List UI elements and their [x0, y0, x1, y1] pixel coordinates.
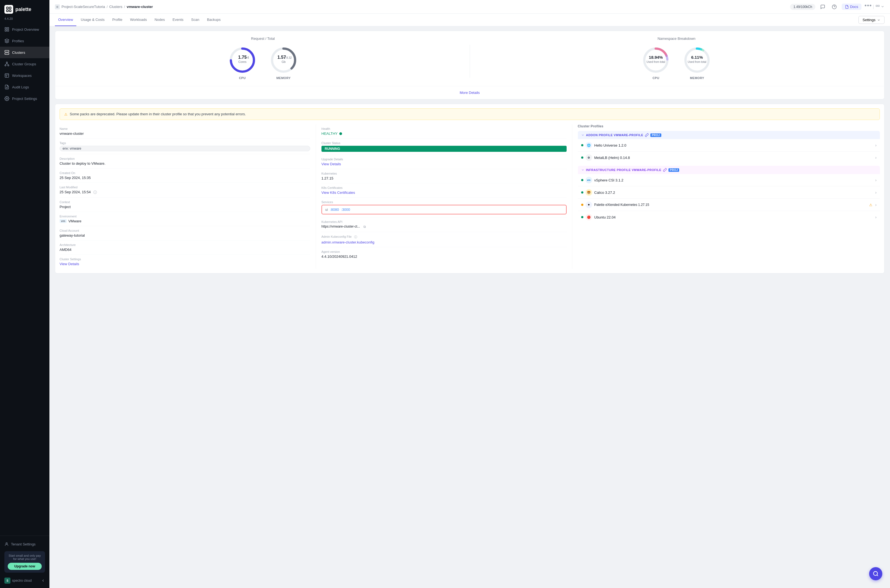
- cluster-settings-row: Cluster Settings View Details: [60, 255, 310, 269]
- svg-point-23: [6, 98, 8, 99]
- addon-profile-header[interactable]: ADDON PROFILE VMWARE-PROFILE PROJ: [578, 131, 880, 139]
- tab-scan[interactable]: Scan: [188, 14, 203, 26]
- profile-item-vsphere[interactable]: vm vSphere CSI 3.1.2 ›: [578, 174, 880, 186]
- server-icon: [5, 50, 9, 55]
- hello-universe-icon: 🌐: [585, 142, 592, 148]
- svg-text:Used from total: Used from total: [688, 60, 706, 63]
- help-icon[interactable]: [830, 3, 838, 11]
- sidebar-item-profiles[interactable]: Profiles: [0, 35, 50, 46]
- sidebar-item-tenant-settings[interactable]: Tenant Settings: [5, 539, 45, 549]
- profile-item-metallb[interactable]: ⚙ MetalLB (Helm) 0.14.8 ›: [578, 152, 880, 164]
- svg-rect-9: [5, 51, 9, 52]
- namespace-title: Namespace Breakdown: [657, 36, 695, 40]
- profile-item-palette-k8s[interactable]: ✦ Palette eXtended Kubernetes 1.27.15 ⚠ …: [578, 199, 880, 211]
- link-icon[interactable]: [645, 133, 649, 137]
- architecture-row: Architecture AMD64: [60, 240, 310, 255]
- details-col-1: Name vmware-cluster Tags env: vmware Des…: [60, 124, 316, 269]
- request-total-title: Request / Total: [251, 36, 275, 40]
- breadcrumb-current: vmware-cluster: [126, 4, 153, 9]
- profile-item-hello-universe[interactable]: 🌐 Hello Universe 1.2.0 ›: [578, 139, 880, 152]
- sidebar-item-project-overview[interactable]: Project Overview: [0, 24, 50, 35]
- details-col-3: Cluster Profiles ADDON PROFILE VMWARE-PR…: [572, 124, 880, 269]
- spectro-brand[interactable]: S spectro cloud: [5, 575, 45, 585]
- copy-icon[interactable]: ⧉: [363, 225, 367, 229]
- kubeconfig-link[interactable]: admin.vmware-cluster.kubeconfig: [321, 240, 567, 244]
- kubeconfig-info-icon[interactable]: ⓘ: [354, 235, 358, 239]
- workspace-icon: [5, 73, 9, 78]
- grid-view-icon: [875, 4, 880, 9]
- tab-backups[interactable]: Backups: [204, 14, 224, 26]
- svg-point-13: [6, 62, 8, 63]
- cluster-icon: [5, 62, 9, 66]
- addon-profile-section: ADDON PROFILE VMWARE-PROFILE PROJ 🌐 Hell…: [578, 131, 880, 164]
- sidebar: palette 4.4.20 Project Overview Profiles…: [0, 0, 50, 588]
- logo-icon: [5, 5, 13, 14]
- search-fab[interactable]: [869, 567, 882, 580]
- topbar-right: 1.49/100kCh Docs: [790, 3, 884, 11]
- warning-icon: ⚠: [64, 112, 68, 116]
- upgrade-link[interactable]: View Details: [321, 162, 567, 166]
- sidebar-item-cluster-groups[interactable]: Cluster Groups: [0, 58, 50, 70]
- usage-pill: 1.49/100kCh: [790, 4, 815, 10]
- svg-point-14: [5, 65, 6, 66]
- warn-info-icon[interactable]: ⚠: [869, 202, 873, 207]
- more-details-link[interactable]: More Details: [55, 86, 884, 99]
- chat-icon[interactable]: [819, 3, 827, 11]
- profile-item-calico[interactable]: 🐯 Calico 3.27.2 ›: [578, 186, 880, 199]
- layers-icon: [5, 38, 9, 44]
- svg-text:Used from total: Used from total: [647, 60, 665, 63]
- upgrade-text: Start small and only pay for what you us…: [8, 554, 42, 561]
- infra-profile-header[interactable]: INFRASTRUCTURE PROFILE VMWARE-PROFILE PR…: [578, 166, 880, 174]
- docs-button[interactable]: Docs: [842, 4, 861, 10]
- chevron-right-icon: ›: [875, 190, 876, 195]
- svg-text:6.11%: 6.11%: [691, 55, 703, 60]
- chevron-right-icon: ›: [875, 143, 876, 147]
- cluster-details-card: ⚠ Some packs are deprecated. Please upda…: [55, 104, 884, 273]
- chevron-right-icon: ›: [875, 178, 876, 182]
- tab-usage-costs[interactable]: Usage & Costs: [77, 14, 108, 26]
- services-box: ui :8080 :3000: [321, 205, 567, 214]
- svg-rect-3: [9, 10, 11, 12]
- ns-cpu-gauge: 18.94% Used from total CPU: [641, 45, 671, 80]
- svg-point-24: [6, 543, 7, 544]
- namespace-gauges: 18.94% Used from total CPU 6.11%: [641, 45, 712, 80]
- sidebar-nav: Project Overview Profiles Clusters Clust…: [0, 24, 50, 536]
- svg-text:18.94%: 18.94%: [649, 55, 663, 60]
- sidebar-item-label: Profiles: [12, 39, 24, 43]
- svg-point-49: [873, 572, 878, 576]
- settings-button[interactable]: Settings: [858, 16, 884, 24]
- link-icon[interactable]: [663, 168, 667, 172]
- k8s-api-row: Kubernetes API https://vmware-cluster-ct…: [321, 218, 567, 232]
- svg-rect-1: [9, 7, 11, 9]
- tab-overview[interactable]: Overview: [55, 14, 76, 26]
- warning-message: Some packs are deprecated. Please update…: [70, 112, 246, 116]
- page-content: Request / Total 1.75 / 4 Cores CPU: [50, 26, 890, 588]
- tab-profile[interactable]: Profile: [109, 14, 126, 26]
- breadcrumb-clusters[interactable]: Clusters: [109, 4, 122, 9]
- tab-events[interactable]: Events: [170, 14, 187, 26]
- upgrade-button[interactable]: Upgrade now: [8, 563, 42, 570]
- metrics-card: Request / Total 1.75 / 4 Cores CPU: [55, 31, 884, 99]
- chevron-down-icon: [881, 4, 884, 9]
- tab-workloads[interactable]: Workloads: [127, 14, 150, 26]
- sidebar-item-project-settings[interactable]: Project Settings: [0, 93, 50, 104]
- profile-item-ubuntu[interactable]: 🔴 Ubuntu 22.04 ›: [578, 211, 880, 223]
- cluster-settings-link[interactable]: View Details: [60, 262, 310, 266]
- ns-memory-label: MEMORY: [690, 76, 704, 80]
- service-port-1[interactable]: :8080: [330, 207, 339, 212]
- breadcrumb-project[interactable]: Project-ScaleSecureTutoria: [62, 4, 105, 9]
- namespace-section: Namespace Breakdown 18.94% Used from tot…: [476, 36, 878, 80]
- chevron-right-icon: ›: [875, 155, 876, 160]
- sidebar-item-clusters[interactable]: Clusters: [0, 46, 50, 58]
- modified-info-icon[interactable]: ⓘ: [93, 190, 97, 195]
- tab-nodes[interactable]: Nodes: [151, 14, 168, 26]
- svg-line-50: [877, 575, 878, 576]
- svg-point-15: [8, 65, 9, 66]
- sidebar-item-workspaces[interactable]: Workspaces: [0, 70, 50, 81]
- svg-rect-27: [876, 5, 877, 7]
- tag-pill: env: vmware: [60, 146, 310, 151]
- k8s-certs-link[interactable]: View K8s Certificates: [321, 190, 567, 195]
- sidebar-item-audit-logs[interactable]: Audit Logs: [0, 81, 50, 93]
- memory-gauge: 1.57 / 8.32 Gb MEMORY: [269, 45, 299, 80]
- service-port-2[interactable]: :3000: [341, 207, 350, 212]
